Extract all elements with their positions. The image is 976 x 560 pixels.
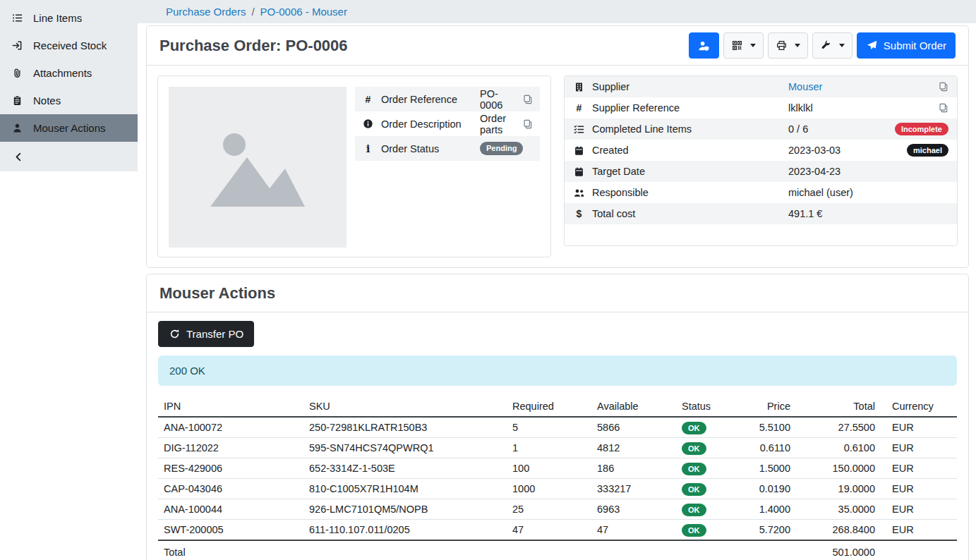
breadcrumb-link-po-0006-mouser[interactable]: PO-0006 - Mouser	[260, 6, 347, 18]
sidebar-item-line-items[interactable]: Line Items	[0, 4, 138, 32]
cell-sku: 595-SN74HCS74QPWRQ1	[303, 438, 507, 458]
qr-code-icon	[731, 40, 743, 51]
cell-sku: 250-72981KLRATR150B3	[303, 417, 507, 438]
sign-in-icon	[11, 40, 23, 51]
status-alert: 200 OK	[158, 355, 957, 386]
sidebar-item-label: Line Items	[33, 12, 82, 24]
print-menu-button[interactable]	[768, 32, 808, 59]
cell-available: 333217	[591, 479, 676, 499]
column-header-required: Required	[507, 396, 591, 417]
detail-label: Order Status	[381, 143, 473, 154]
refresh-icon	[169, 329, 181, 339]
detail-row-created: Created2023-03-03michael	[565, 140, 957, 161]
page-title: Purchase Order: PO-0006	[159, 37, 348, 55]
table-row: SWT-200005611-110.107.011/02054747OK5.72…	[158, 520, 957, 541]
detail-label: Completed Line Items	[592, 123, 781, 135]
order-summary-box: #Order ReferencePO-0006Order Description…	[157, 75, 551, 257]
barcode-actions-button[interactable]	[689, 32, 719, 59]
ok-badge: OK	[682, 463, 706, 475]
cell-required: 25	[507, 499, 591, 520]
order-toolbar: Submit Order	[689, 32, 956, 59]
cell-ipn: SWT-200005	[158, 520, 303, 541]
cell-required: 47	[507, 520, 591, 541]
detail-row-order-reference: #Order ReferencePO-0006	[355, 87, 540, 111]
copy-button[interactable]	[939, 103, 948, 113]
user-shield-icon	[698, 40, 710, 51]
breadcrumb: Purchase Orders/PO-0006 - Mouser	[166, 6, 347, 18]
cell-price: 1.4000	[740, 499, 796, 520]
cell-required: 5	[507, 417, 591, 438]
caret-down-icon	[750, 44, 756, 47]
footer-empty-cell	[881, 540, 957, 560]
sidebar-item-label: Notes	[33, 95, 61, 106]
cell-total: 27.5500	[796, 417, 881, 438]
paperclip-icon	[11, 68, 23, 78]
order-image-placeholder[interactable]	[169, 87, 347, 248]
detail-row-total-cost: $Total cost491.1 €	[565, 203, 957, 224]
detail-label: Created	[592, 145, 781, 156]
detail-label: Order Description	[381, 118, 473, 130]
transfer-po-button[interactable]: Transfer PO	[158, 321, 254, 347]
detail-value-link[interactable]: Mouser	[788, 81, 822, 92]
detail-value: michael (user)	[788, 187, 853, 198]
image-placeholder-icon	[205, 121, 311, 214]
cell-ipn: ANA-100072	[158, 417, 303, 438]
clipboard-icon	[11, 95, 23, 106]
breadcrumb-link-purchase-orders[interactable]: Purchase Orders	[166, 6, 246, 18]
submit-order-button[interactable]: Submit Order	[857, 32, 956, 59]
paper-plane-icon	[866, 40, 878, 51]
tools-icon	[820, 40, 832, 51]
building-icon	[573, 82, 585, 92]
letter-i-icon: i	[362, 142, 374, 155]
ok-badge: OK	[682, 524, 706, 537]
cell-currency: EUR	[881, 417, 957, 438]
printer-icon	[776, 40, 788, 51]
qr-menu-button[interactable]	[723, 32, 764, 59]
footer-total-value: 501.0000	[796, 540, 881, 560]
hash-icon: #	[573, 102, 585, 114]
ok-badge: OK	[682, 422, 706, 434]
detail-label: Supplier	[592, 81, 781, 92]
cell-currency: EUR	[881, 458, 957, 479]
cell-status: OK	[676, 479, 740, 499]
cell-status: OK	[676, 438, 740, 458]
table-row: ANA-100072250-72981KLRATR150B355866OK5.5…	[158, 417, 957, 438]
dollar-icon: $	[573, 208, 585, 219]
detail-row-target-date: Target Date2023-04-23	[565, 161, 957, 182]
order-summary-table: #Order ReferencePO-0006Order Description…	[355, 87, 540, 161]
admin-menu-button[interactable]	[812, 32, 853, 59]
column-header-sku: SKU	[303, 396, 507, 417]
cell-required: 1	[507, 438, 591, 458]
column-header-price: Price	[740, 396, 796, 417]
detail-row-order-status: iOrder StatusPending	[355, 136, 540, 161]
sidebar-item-mouser-actions[interactable]: Mouser Actions	[0, 114, 138, 142]
detail-label: Total cost	[592, 208, 781, 219]
sidebar-item-received-stock[interactable]: Received Stock	[0, 32, 138, 59]
status-badge: Incomplete	[895, 123, 948, 135]
calendar-icon	[573, 166, 585, 177]
sidebar-item-label: Mouser Actions	[33, 122, 106, 134]
sidebar-item-attachments[interactable]: Attachments	[0, 59, 138, 87]
cell-available: 6963	[591, 499, 676, 520]
sidebar-collapse-button[interactable]	[0, 142, 138, 171]
copy-button[interactable]	[523, 95, 533, 104]
cell-ipn: DIG-112022	[158, 438, 303, 458]
sidebar-item-notes[interactable]: Notes	[0, 87, 138, 114]
breadcrumb-separator: /	[251, 6, 254, 18]
cell-available: 5866	[591, 417, 676, 438]
ok-badge: OK	[682, 442, 706, 455]
cell-ipn: ANA-100044	[158, 499, 303, 520]
cell-status: OK	[676, 417, 740, 438]
copy-button[interactable]	[939, 82, 948, 92]
info-icon	[362, 118, 374, 129]
table-row: CAP-043046810-C1005X7R1H104M1000333217OK…	[158, 479, 957, 499]
column-header-ipn: IPN	[158, 396, 303, 417]
cell-price: 5.7200	[740, 520, 796, 541]
detail-label: Order Reference	[381, 94, 473, 105]
copy-button[interactable]	[523, 119, 533, 129]
cell-price: 0.6110	[740, 438, 796, 458]
cell-total: 35.0000	[796, 499, 881, 520]
cell-status: OK	[676, 499, 740, 520]
cell-total: 268.8400	[796, 520, 881, 541]
breadcrumb-bar: Purchase Orders/PO-0006 - Mouser	[138, 0, 976, 23]
